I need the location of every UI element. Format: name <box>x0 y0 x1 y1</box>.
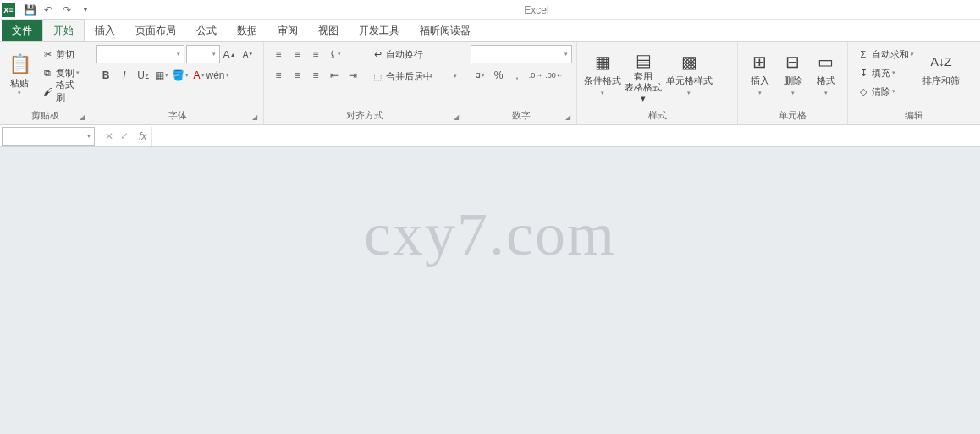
copy-icon: ⧉ <box>41 68 54 79</box>
font-launcher-icon[interactable]: ◢ <box>250 113 260 123</box>
clear-icon: ◇ <box>856 86 870 97</box>
tab-data[interactable]: 数据 <box>227 20 267 41</box>
styles-group-label: 样式 <box>648 110 667 120</box>
cell-style-icon: ▩ <box>681 48 697 75</box>
align-left-button[interactable]: ≡ <box>269 66 288 85</box>
format-label: 格式 <box>817 75 835 85</box>
italic-button[interactable]: I <box>115 66 134 85</box>
editing-group-label: 编辑 <box>905 110 923 120</box>
wrap-label: 自动换行 <box>386 48 423 61</box>
tab-developer[interactable]: 开发工具 <box>349 20 410 41</box>
format-painter-button[interactable]: 🖌格式刷 <box>37 82 85 101</box>
qat-customize-icon[interactable]: ▼ <box>76 3 95 18</box>
number-launcher-icon[interactable]: ◢ <box>563 113 573 123</box>
underline-button[interactable]: U <box>134 66 152 85</box>
tab-insert[interactable]: 插入 <box>85 20 125 41</box>
painter-icon: 🖌 <box>41 86 53 96</box>
qat-undo-icon[interactable]: ↶ <box>39 3 58 18</box>
tab-view[interactable]: 视图 <box>308 20 349 41</box>
group-editing: Σ自动求和▾ ↧填充▾ ◇清除▾ A↓Z排序和筛 编辑 <box>848 42 980 124</box>
tab-file[interactable]: 文件 <box>2 20 42 41</box>
tab-layout[interactable]: 页面布局 <box>125 20 186 41</box>
enter-formula-icon[interactable]: ✓ <box>120 130 129 142</box>
tab-home[interactable]: 开始 <box>42 19 85 41</box>
cancel-formula-icon[interactable]: ✕ <box>105 130 113 142</box>
border-button[interactable]: ▦ <box>152 66 171 85</box>
align-middle-button[interactable]: ≡ <box>288 45 306 63</box>
painter-label: 格式刷 <box>56 79 82 104</box>
tab-formulas[interactable]: 公式 <box>186 20 227 41</box>
paste-dropdown-icon: ▾ <box>18 90 21 96</box>
sort-filter-button[interactable]: A↓Z排序和筛 <box>921 45 961 104</box>
accounting-format-button[interactable]: ¤ <box>471 66 489 85</box>
group-styles: ▦条件格式▾ ▤套用表格格式▾ ▩单元格样式▾ 样式 <box>577 42 738 124</box>
fill-button[interactable]: ↧填充▾ <box>853 63 917 82</box>
paste-button[interactable]: 📋 粘贴 ▾ <box>5 45 34 104</box>
wrap-icon: ↩ <box>371 49 384 60</box>
formula-input[interactable] <box>151 127 980 146</box>
clear-label: 清除 <box>872 85 890 98</box>
format-cells-button[interactable]: ▭格式▾ <box>809 45 842 104</box>
percent-button[interactable]: % <box>489 66 508 85</box>
watermark-text: cxy7.com <box>364 200 616 270</box>
align-top-button[interactable]: ≡ <box>269 45 288 63</box>
name-box-dropdown-icon[interactable]: ▾ <box>87 132 91 140</box>
table-format-icon: ▤ <box>636 48 652 71</box>
wrap-text-button[interactable]: ↩自动换行 <box>367 45 460 63</box>
font-color-icon: A <box>193 69 200 81</box>
group-number: ▾ ¤ % , .0→ .00← 数字◢ <box>465 42 577 124</box>
merge-center-button[interactable]: ⬚合并后居中▾ <box>367 67 460 85</box>
cond-label: 条件格式 <box>584 75 621 85</box>
fill-color-icon: 🪣 <box>172 69 184 81</box>
align-bottom-button[interactable]: ≡ <box>306 45 325 63</box>
merge-label: 合并后居中 <box>386 70 432 83</box>
insert-cells-button[interactable]: ⊞插入▾ <box>743 45 776 104</box>
qat-redo-icon[interactable]: ↷ <box>58 3 76 18</box>
name-box[interactable]: ▾ <box>2 127 95 146</box>
align-launcher-icon[interactable]: ◢ <box>451 113 461 123</box>
cut-button[interactable]: ✂剪切 <box>37 45 85 63</box>
decrease-indent-button[interactable]: ⇤ <box>325 66 344 85</box>
conditional-formatting-button[interactable]: ▦条件格式▾ <box>582 45 623 104</box>
copy-label: 复制 <box>56 67 74 80</box>
align-center-button[interactable]: ≡ <box>288 66 306 85</box>
increase-indent-button[interactable]: ⇥ <box>344 66 362 85</box>
phonetic-icon: wén <box>206 69 225 81</box>
worksheet-area: cxy7.com EXCEL MD5 计算器 By Fei Hong ✕ 字符串… <box>0 147 980 434</box>
sum-icon: Σ <box>856 49 870 59</box>
sort-label: 排序和筛 <box>922 75 960 86</box>
orientation-button[interactable]: ⤹ <box>325 45 344 63</box>
phonetic-button[interactable]: wén <box>208 66 227 85</box>
title-bar: X≡ 💾 ↶ ↷ ▼ Excel <box>0 0 980 20</box>
group-cells: ⊞插入▾ ⊟删除▾ ▭格式▾ 单元格 <box>738 42 848 124</box>
align-right-button[interactable]: ≡ <box>306 66 325 85</box>
fx-icon[interactable]: fx <box>139 130 146 142</box>
delete-cells-icon: ⊟ <box>785 48 800 75</box>
formula-bar: ▾ ✕ ✓ fx <box>0 125 980 147</box>
increase-decimal-button[interactable]: .0→ <box>526 66 545 85</box>
sum-label: 自动求和 <box>872 48 909 61</box>
group-clipboard: 📋 粘贴 ▾ ✂剪切 ⧉复制▾ 🖌格式刷 剪贴板◢ <box>0 42 91 124</box>
bold-button[interactable]: B <box>96 66 115 85</box>
tab-foxit[interactable]: 福昕阅读器 <box>410 20 481 41</box>
excel-app-icon: X≡ <box>2 3 15 17</box>
clear-button[interactable]: ◇清除▾ <box>853 82 917 101</box>
font-size-combo[interactable]: ▾ <box>186 45 220 63</box>
clipboard-launcher-icon[interactable]: ◢ <box>77 113 87 123</box>
qat-save-icon[interactable]: 💾 <box>20 3 39 18</box>
comma-button[interactable]: , <box>508 66 526 85</box>
cells-group-label: 单元格 <box>779 110 807 120</box>
table-label: 套用表格格式▾ <box>623 71 663 104</box>
shrink-font-button[interactable]: A▼ <box>239 45 257 63</box>
number-format-combo[interactable]: ▾ <box>471 45 572 63</box>
grow-font-button[interactable]: A▲ <box>220 45 239 63</box>
decrease-decimal-button[interactable]: .00← <box>545 66 564 85</box>
delete-cells-button[interactable]: ⊟删除▾ <box>776 45 809 104</box>
font-group-label: 字体 <box>168 110 187 120</box>
fill-color-button[interactable]: 🪣 <box>171 66 190 85</box>
autosum-button[interactable]: Σ自动求和▾ <box>853 45 917 63</box>
font-name-combo[interactable]: ▾ <box>96 45 184 63</box>
tab-review[interactable]: 审阅 <box>267 20 308 41</box>
cell-styles-button[interactable]: ▩单元格样式▾ <box>663 45 714 104</box>
format-as-table-button[interactable]: ▤套用表格格式▾ <box>623 45 663 104</box>
